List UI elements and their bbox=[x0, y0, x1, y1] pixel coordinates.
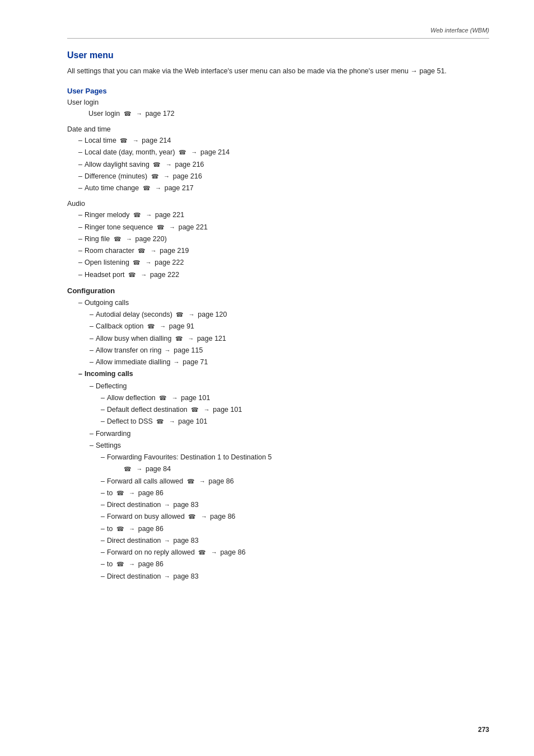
daylight-saving-text: Allow daylight saving ☎ → page 216 bbox=[85, 159, 204, 171]
forward-busy-item: – Forward on busy allowed ☎ → page 86 bbox=[101, 511, 489, 523]
user-login-text: User login ☎ → page 172 bbox=[88, 108, 175, 120]
forwarding-text: Forwarding bbox=[96, 428, 131, 440]
section-title: User menu bbox=[67, 50, 489, 60]
ringer-melody-text: Ringer melody ☎ → page 221 bbox=[85, 209, 184, 221]
forward-busy-text: Forward on busy allowed ☎ → page 86 bbox=[107, 511, 236, 523]
deflecting-text: Deflecting bbox=[96, 381, 127, 392]
default-deflect-item: – Default deflect destination ☎ → page 1… bbox=[101, 404, 489, 416]
direct-dest-2-text: Direct destination → page 83 bbox=[107, 535, 199, 547]
phone-icon: ☎ bbox=[124, 109, 132, 119]
open-listening-item: – Open listening ☎ → page 222 bbox=[78, 257, 489, 269]
difference-text: Difference (minutes) ☎ → page 216 bbox=[85, 171, 202, 182]
phone-icon-9: ☎ bbox=[138, 246, 146, 256]
auto-time-change-text: Auto time change ☎ → page 217 bbox=[85, 182, 194, 194]
arrow-15: → bbox=[165, 345, 171, 356]
to-3-item: – to ☎ → page 86 bbox=[101, 558, 489, 570]
phone-icon-13: ☎ bbox=[147, 321, 155, 332]
arrow-6: → bbox=[146, 210, 152, 220]
allow-busy-item: – Allow busy when dialling ☎ → page 121 bbox=[90, 333, 489, 345]
page-header-label: Web interface (WBM) bbox=[430, 27, 489, 34]
open-listening-text: Open listening ☎ → page 222 bbox=[85, 257, 184, 269]
arrow-23: → bbox=[201, 511, 207, 522]
settings-label: – Settings bbox=[90, 440, 489, 452]
phone-icon-18: ☎ bbox=[187, 476, 195, 487]
deflect-dss-text: Deflect to DSS ☎ → page 101 bbox=[107, 416, 208, 428]
incoming-calls-label: – Incoming calls bbox=[78, 368, 489, 380]
arrow-22: → bbox=[164, 500, 170, 510]
arrow-5: → bbox=[155, 183, 161, 194]
ringer-melody-item: – Ringer melody ☎ → page 221 bbox=[78, 209, 489, 221]
room-character-item: – Room character ☎ → page 219 bbox=[78, 245, 489, 257]
phone-icon-1: ☎ bbox=[120, 135, 128, 146]
arrow-26: → bbox=[211, 547, 217, 558]
forward-all-calls-text: Forward all calls allowed ☎ → page 86 bbox=[107, 476, 234, 487]
arrow-19: → bbox=[169, 416, 175, 427]
date-time-group: Date and time – Local time ☎ → page 214 … bbox=[67, 125, 489, 194]
user-login-page: page 172 bbox=[146, 110, 175, 118]
callback-option-text: Callback option ☎ → page 91 bbox=[96, 321, 194, 332]
forward-all-calls-item: – Forward all calls allowed ☎ → page 86 bbox=[101, 476, 489, 487]
arrow-16: → bbox=[174, 357, 180, 368]
direct-dest-3-item: – Direct destination → page 83 bbox=[101, 571, 489, 583]
room-character-text: Room character ☎ → page 219 bbox=[85, 245, 189, 257]
phone-icon-17: ☎ bbox=[156, 416, 164, 427]
page: Web interface (WBM) User menu All settin… bbox=[0, 0, 534, 756]
arrow-12: → bbox=[189, 309, 195, 320]
phone-icon-10: ☎ bbox=[133, 257, 140, 268]
autodial-delay-text: Autodial delay (seconds) ☎ → page 120 bbox=[96, 309, 227, 321]
to-1-item: – to ☎ → page 86 bbox=[101, 487, 489, 499]
phone-icon-8: ☎ bbox=[114, 234, 121, 245]
arrow-20: → bbox=[199, 476, 205, 487]
arrow-17: → bbox=[172, 393, 178, 403]
callback-option-item: – Callback option ☎ → page 91 bbox=[90, 321, 489, 332]
arrow-9: → bbox=[151, 246, 157, 256]
outgoing-calls-label: – Outgoing calls bbox=[78, 297, 489, 309]
auto-time-change-item: – Auto time change ☎ → page 217 bbox=[78, 182, 489, 194]
dash bbox=[78, 108, 86, 120]
arrow-8: → bbox=[126, 234, 132, 245]
phone-icon-7: ☎ bbox=[157, 222, 165, 233]
allow-deflection-item: – Allow deflection ☎ → page 101 bbox=[101, 392, 489, 404]
phone-icon-21: ☎ bbox=[116, 524, 124, 534]
direct-dest-1-item: – Direct destination → page 83 bbox=[101, 499, 489, 511]
default-deflect-text: Default deflect destination ☎ → page 101 bbox=[107, 404, 242, 416]
ring-file-text: Ring file ☎ → page 220) bbox=[85, 233, 167, 245]
outgoing-calls-text: Outgoing calls bbox=[85, 297, 129, 309]
arrow-28: → bbox=[164, 571, 170, 582]
local-date-text: Local date (day, month, year) ☎ → page 2… bbox=[85, 147, 229, 158]
phone-icon-6: ☎ bbox=[133, 210, 141, 220]
phone-icon-16: ☎ bbox=[191, 405, 199, 415]
headset-port-text: Headset port ☎ → page 222 bbox=[85, 269, 179, 281]
local-time-item: – Local time ☎ → page 214 bbox=[78, 135, 489, 147]
arrow-icon: → bbox=[136, 109, 142, 119]
phone-icon-5: ☎ bbox=[143, 183, 151, 194]
configuration-group: Configuration – Outgoing calls – Autodia… bbox=[67, 287, 489, 583]
local-date-item: – Local date (day, month, year) ☎ → page… bbox=[78, 147, 489, 158]
arrow-7: → bbox=[169, 222, 175, 233]
phone-icon-19: ☎ bbox=[116, 488, 124, 499]
allow-busy-text: Allow busy when dialling ☎ → page 121 bbox=[96, 333, 226, 345]
phone-icon-20: ☎ bbox=[188, 511, 196, 522]
audio-label: Audio bbox=[67, 200, 489, 208]
arrow-3: → bbox=[166, 159, 172, 170]
allow-immediate-item: – Allow immediate dialling → page 71 bbox=[90, 356, 489, 368]
direct-dest-1-text: Direct destination → page 83 bbox=[107, 499, 199, 511]
deflecting-label: – Deflecting bbox=[90, 381, 489, 392]
incoming-calls-text: Incoming calls bbox=[85, 368, 133, 380]
deflect-dss-item: – Deflect to DSS ☎ → page 101 bbox=[101, 416, 489, 428]
direct-dest-2-item: – Direct destination → page 83 bbox=[101, 535, 489, 547]
arrow-1: → bbox=[133, 135, 139, 146]
arrow-24: → bbox=[129, 524, 135, 534]
user-pages-title: User Pages bbox=[67, 87, 489, 95]
forwarding-label: – Forwarding bbox=[90, 428, 489, 440]
fav-phone-icon: ☎ → page 84 bbox=[122, 463, 171, 475]
configuration-title: Configuration bbox=[67, 287, 489, 295]
phone-icon-4: ☎ bbox=[151, 171, 159, 182]
forwarding-fav-page: ☎ → page 84 bbox=[122, 463, 489, 475]
phone-icon-12: ☎ bbox=[176, 309, 184, 320]
phone-icon-15: ☎ bbox=[159, 393, 167, 403]
forward-no-reply-text: Forward on no reply allowed ☎ → page 86 bbox=[107, 547, 246, 558]
user-login-group: User login User login ☎ → page 172 bbox=[67, 98, 489, 120]
ringer-tone-item: – Ringer tone sequence ☎ → page 221 bbox=[78, 222, 489, 233]
to-1-text: to ☎ → page 86 bbox=[107, 487, 163, 499]
